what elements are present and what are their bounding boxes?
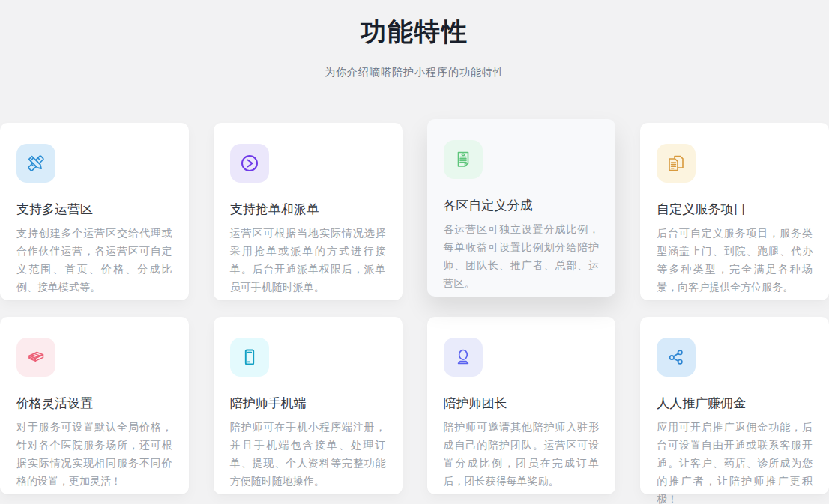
card-title: 陪护师团长 <box>444 395 600 412</box>
card-title: 各区自定义分成 <box>444 197 600 214</box>
feature-card-promotion-commission[interactable]: 人人推广赚佣金 应用可开启推广返佣金功能，后台可设置自由开通或联系客服开通。让客… <box>640 317 829 494</box>
smartphone-icon <box>230 338 269 377</box>
card-description: 运营区可根据当地实际情况选择采用抢单或派单的方式进行接单。后台开通派单权限后，派… <box>230 224 386 296</box>
document-lines-icon <box>444 140 483 179</box>
feature-card-custom-commission[interactable]: 各区自定义分成 各运营区可独立设置分成比例，每单收益可设置比例划分给陪护师、团队… <box>427 119 616 297</box>
feature-card-custom-services[interactable]: 自定义服务项目 后台可自定义服务项目，服务类型涵盖上门、到院、跑腿、代办等多种类… <box>640 123 829 300</box>
banknotes-icon <box>16 338 55 377</box>
card-title: 自定义服务项目 <box>657 201 813 218</box>
feature-card-grab-dispatch-orders[interactable]: 支持抢单和派单 运营区可根据当地实际情况选择采用抢单或派单的方式进行接单。后台开… <box>214 123 403 300</box>
card-title: 陪护师手机端 <box>230 395 386 412</box>
card-description: 陪护师可邀请其他陪护师入驻形成自己的陪护团队。运营区可设置分成比例，团员在完成订… <box>444 418 600 490</box>
feature-card-multi-operation-zone[interactable]: 支持多运营区 支持创建多个运营区交给代理或合作伙伴运营，各运营区可自定义范围、首… <box>0 123 189 300</box>
copy-documents-icon <box>657 144 696 183</box>
page-subtitle: 为你介绍嘀嗒陪护小程序的功能特性 <box>0 66 829 79</box>
circle-arrow-icon <box>230 144 269 183</box>
feature-card-flexible-pricing[interactable]: 价格灵活设置 对于服务可设置默认全局价格，针对各个医院服务场所，还可根据实际情况… <box>0 317 189 494</box>
card-title: 价格灵活设置 <box>16 395 172 412</box>
share-icon <box>657 338 696 377</box>
features-page: 功能特性 为你介绍嘀嗒陪护小程序的功能特性 <box>0 0 829 504</box>
card-title: 支持多运营区 <box>16 201 172 218</box>
card-description: 对于服务可设置默认全局价格，针对各个医院服务场所，还可根据实际情况实现相同服务不… <box>16 418 172 490</box>
page-title: 功能特性 <box>0 13 829 49</box>
pencil-ruler-icon <box>16 144 55 183</box>
feature-card-grid: 支持多运营区 支持创建多个运营区交给代理或合作伙伴运营，各运营区可自定义范围、首… <box>0 123 829 494</box>
card-description: 后台可自定义服务项目，服务类型涵盖上门、到院、跑腿、代办等多种类型，完全满足各种… <box>657 224 813 296</box>
card-description: 陪护师可在手机小程序端注册，并且手机端包含接单、处理订单、提现、个人资料等完整功… <box>230 418 386 490</box>
feature-card-caregiver-mobile-app[interactable]: 陪护师手机端 陪护师可在手机小程序端注册，并且手机端包含接单、处理订单、提现、个… <box>214 317 403 494</box>
section-header: 功能特性 为你介绍嘀嗒陪护小程序的功能特性 <box>0 0 829 79</box>
card-description: 各运营区可独立设置分成比例，每单收益可设置比例划分给陪护师、团队长、推广者、总部… <box>444 220 600 292</box>
card-description: 应用可开启推广返佣金功能，后台可设置自由开通或联系客服开通。让客户、药店、诊所成… <box>657 418 813 504</box>
card-description: 支持创建多个运营区交给代理或合作伙伴运营，各运营区可自定义范围、首页、价格、分成… <box>16 224 172 296</box>
person-icon <box>444 338 483 377</box>
card-title: 支持抢单和派单 <box>230 201 386 218</box>
feature-card-caregiver-team-leader[interactable]: 陪护师团长 陪护师可邀请其他陪护师入驻形成自己的陪护团队。运营区可设置分成比例，… <box>427 317 616 494</box>
card-title: 人人推广赚佣金 <box>657 395 813 412</box>
